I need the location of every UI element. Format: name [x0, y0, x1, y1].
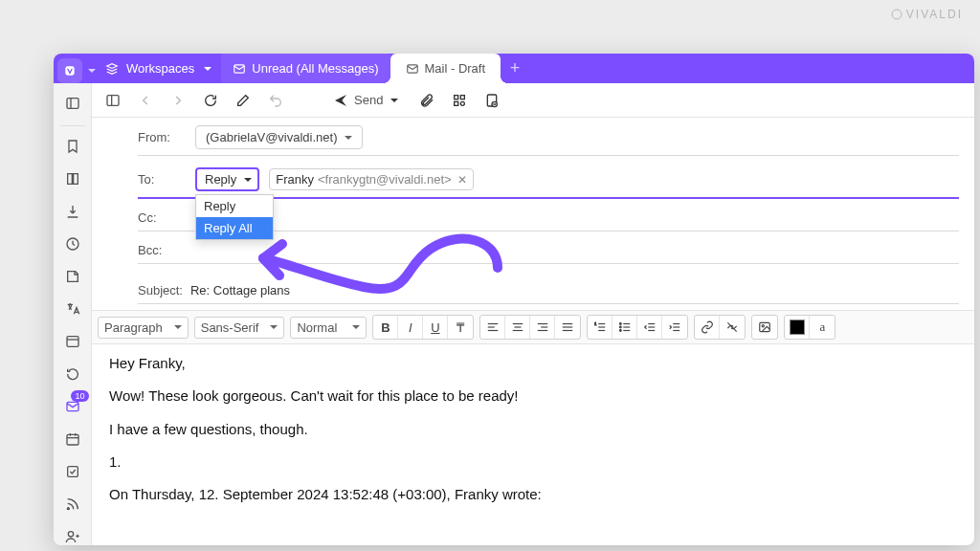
- svg-point-16: [68, 532, 73, 537]
- bcc-label: Bcc:: [138, 243, 186, 257]
- align-center-button[interactable]: [505, 316, 530, 339]
- contacts-icon[interactable]: [58, 522, 87, 545]
- side-panel: [54, 83, 92, 545]
- svg-point-0: [892, 10, 902, 19]
- reply-mode-menu: Reply Reply All: [195, 194, 274, 240]
- clear-format-button[interactable]: ₸: [448, 316, 473, 339]
- workspaces-button[interactable]: Workspaces: [96, 54, 221, 83]
- reply-option[interactable]: Reply: [196, 195, 273, 217]
- paragraph-select[interactable]: Paragraph: [98, 317, 189, 339]
- recipient-chip[interactable]: Franky <frankygtn@vivaldi.net> ✕: [269, 168, 473, 190]
- bcc-row[interactable]: Bcc:: [138, 243, 959, 264]
- tasks-icon[interactable]: [58, 457, 87, 486]
- align-right-button[interactable]: [530, 316, 555, 339]
- svg-rect-14: [67, 467, 78, 477]
- tab-mail-draft[interactable]: Mail - Draft: [390, 54, 501, 83]
- image-button[interactable]: [752, 316, 777, 339]
- ordered-list-button[interactable]: 1: [588, 316, 612, 339]
- size-select[interactable]: Normal: [290, 317, 367, 339]
- refresh-icon[interactable]: [197, 87, 224, 114]
- bold-button[interactable]: B: [373, 316, 398, 339]
- svg-rect-7: [67, 337, 78, 347]
- subject-label: Subject:: [138, 283, 183, 298]
- window-panel-icon[interactable]: [58, 327, 87, 356]
- svg-point-15: [67, 508, 69, 510]
- header-fields: From: (GabrielaV@vivaldi.net) To: Reply …: [92, 118, 974, 304]
- italic-button[interactable]: I: [398, 316, 423, 339]
- underline-button[interactable]: U: [423, 316, 448, 339]
- subject-input[interactable]: Re: Cottage plans: [190, 283, 290, 298]
- from-account-dropdown[interactable]: (GabrielaV@vivaldi.net): [195, 125, 363, 149]
- from-row: From: (GabrielaV@vivaldi.net): [138, 125, 959, 156]
- send-button[interactable]: Send: [323, 87, 408, 114]
- compose-new-icon[interactable]: [230, 87, 256, 114]
- align-justify-button[interactable]: [555, 316, 580, 339]
- svg-rect-17: [107, 95, 119, 105]
- discard-icon[interactable]: [479, 87, 505, 114]
- svg-rect-19: [455, 95, 458, 99]
- to-row: To: Reply Reply Reply All Franky <franky…: [138, 167, 959, 199]
- reply-mode-dropdown[interactable]: Reply Reply Reply All: [195, 167, 259, 191]
- mail-window: Workspaces Unread (All Messages) Mail - …: [54, 54, 974, 545]
- bg-color-button[interactable]: a: [810, 316, 835, 339]
- remove-recipient-icon[interactable]: ✕: [457, 173, 467, 187]
- unordered-list-button[interactable]: [612, 316, 637, 339]
- subject-row: Subject: Re: Cottage plans: [138, 277, 959, 304]
- translate-icon[interactable]: [58, 295, 87, 323]
- svg-point-56: [763, 325, 765, 327]
- title-bar: Workspaces Unread (All Messages) Mail - …: [54, 54, 974, 83]
- svg-rect-21: [455, 101, 458, 105]
- unlink-button[interactable]: [720, 316, 745, 339]
- indent-button[interactable]: [662, 316, 687, 339]
- svg-point-45: [619, 323, 621, 325]
- reply-all-option[interactable]: Reply All: [196, 217, 273, 239]
- sessions-icon[interactable]: [58, 360, 87, 388]
- to-label: To:: [138, 172, 186, 187]
- bookmarks-icon[interactable]: [58, 132, 87, 161]
- format-toolbar: Paragraph Sans-Serif Normal B I U ₸ 1: [92, 310, 974, 344]
- cc-label: Cc:: [138, 210, 186, 225]
- panel-toggle-icon[interactable]: [58, 89, 87, 118]
- undo-icon[interactable]: [262, 87, 289, 114]
- align-left-button[interactable]: [480, 316, 505, 339]
- svg-rect-20: [461, 95, 465, 99]
- svg-point-22: [461, 101, 465, 105]
- vivaldi-menu-button[interactable]: [57, 58, 82, 83]
- attach-icon[interactable]: [413, 87, 440, 114]
- brand-watermark: VIVALDI: [891, 8, 963, 21]
- svg-point-46: [619, 326, 621, 328]
- link-button[interactable]: [695, 316, 720, 339]
- mail-panel-icon[interactable]: [58, 392, 87, 421]
- text-color-button[interactable]: [785, 316, 810, 339]
- svg-point-47: [619, 330, 621, 332]
- history-icon[interactable]: [58, 230, 87, 258]
- panel-layout-icon[interactable]: [100, 87, 126, 114]
- feeds-icon[interactable]: [58, 490, 87, 518]
- svg-rect-4: [67, 99, 78, 109]
- nav-forward-icon[interactable]: [165, 87, 191, 114]
- font-select[interactable]: Sans-Serif: [194, 317, 285, 339]
- message-body[interactable]: Hey Franky, Wow! These look gorgeous. Ca…: [92, 344, 974, 527]
- compose-area: Send From: (GabrielaV@vivaldi.net) To:: [92, 83, 974, 545]
- reading-list-icon[interactable]: [58, 165, 87, 193]
- from-label: From:: [138, 130, 186, 144]
- calendar-panel-icon[interactable]: [58, 425, 87, 453]
- svg-rect-10: [67, 434, 78, 445]
- compose-toolbar: Send: [92, 83, 974, 118]
- outdent-button[interactable]: [637, 316, 662, 339]
- downloads-icon[interactable]: [58, 197, 87, 226]
- signature-icon[interactable]: [446, 87, 473, 114]
- svg-text:1: 1: [594, 322, 596, 326]
- tab-unread[interactable]: Unread (All Messages): [221, 54, 390, 83]
- nav-back-icon[interactable]: [132, 87, 159, 114]
- notes-icon[interactable]: [58, 262, 87, 291]
